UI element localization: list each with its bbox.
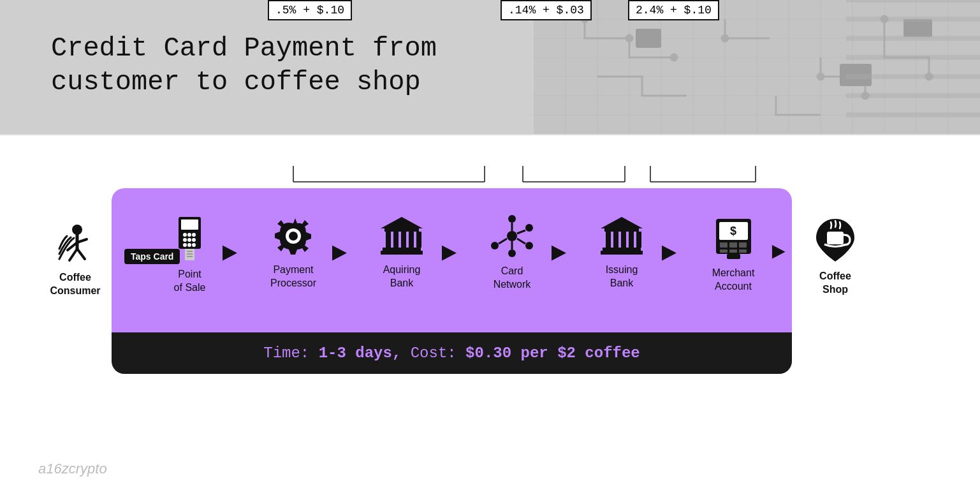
pos-label: Pointof Sale xyxy=(174,268,206,295)
flow-item-coffee-consumer: CoffeeConsumer xyxy=(43,223,107,298)
svg-rect-107 xyxy=(729,249,737,253)
svg-rect-75 xyxy=(401,232,406,248)
arrow-2: ► xyxy=(332,239,347,268)
merchant-account-label: MerchantAccount xyxy=(712,267,755,293)
bracket-lines xyxy=(0,147,980,185)
svg-rect-106 xyxy=(720,249,728,253)
issuing-bank-label: IssuingBank xyxy=(606,264,638,290)
svg-point-80 xyxy=(507,231,517,241)
flow-item-card-network: CardNetwork xyxy=(477,214,547,292)
svg-rect-97 xyxy=(636,232,641,248)
svg-rect-96 xyxy=(629,232,634,248)
summary-bar: Time: 1-3 days, Cost: $0.30 per $2 coffe… xyxy=(112,332,792,374)
fee-label-3: 2.4% + $.10 xyxy=(628,0,719,20)
svg-rect-108 xyxy=(739,249,747,253)
svg-rect-78 xyxy=(383,248,421,251)
svg-rect-109 xyxy=(727,254,740,259)
svg-line-53 xyxy=(77,249,85,259)
cost-value: $0.30 per $2 coffee xyxy=(465,345,640,362)
arrow-6: ► xyxy=(772,239,786,265)
arrow-1: ► xyxy=(222,239,237,268)
fee-label-2: .14% + $.03 xyxy=(501,0,592,20)
divider xyxy=(0,134,980,135)
svg-rect-76 xyxy=(409,232,414,248)
card-network-icon xyxy=(490,214,534,258)
svg-rect-104 xyxy=(729,242,737,248)
flow-item-coffee-shop: CoffeeShop xyxy=(803,216,867,297)
pos-icon xyxy=(172,217,207,262)
card-network-label: CardNetwork xyxy=(494,265,531,292)
flow-item-issuing-bank: IssuingBank xyxy=(587,216,657,290)
svg-line-52 xyxy=(69,249,77,260)
acquiring-bank-label: AquiringBank xyxy=(383,264,421,290)
flow-item-payment-processor: PaymentProcessor xyxy=(258,216,328,290)
watermark: a16zcrypto xyxy=(38,461,107,477)
svg-point-70 xyxy=(289,232,298,241)
svg-point-64 xyxy=(192,243,196,247)
processor-icon xyxy=(273,216,314,257)
svg-rect-79 xyxy=(381,251,423,255)
svg-rect-55 xyxy=(181,219,198,230)
arrow-4: ► xyxy=(551,239,566,268)
svg-rect-99 xyxy=(601,251,643,255)
svg-line-88 xyxy=(517,239,525,244)
page-title: Credit Card Payment from customer to cof… xyxy=(51,32,437,99)
svg-point-60 xyxy=(187,238,191,242)
coffee-shop-label: CoffeeShop xyxy=(819,270,851,297)
svg-point-63 xyxy=(187,243,191,247)
svg-rect-110 xyxy=(827,232,844,244)
svg-rect-77 xyxy=(416,232,421,248)
acquiring-bank-icon xyxy=(379,216,424,257)
svg-line-90 xyxy=(499,239,507,244)
svg-point-85 xyxy=(491,242,499,249)
svg-rect-92 xyxy=(604,228,639,232)
flow-item-pos: Pointof Sale xyxy=(159,217,220,295)
arrow-3: ► xyxy=(441,239,457,268)
svg-point-62 xyxy=(183,243,187,247)
svg-point-84 xyxy=(508,249,516,257)
svg-point-58 xyxy=(192,233,196,237)
time-value: 1-3 days, xyxy=(319,345,402,362)
svg-point-81 xyxy=(508,215,516,223)
coffee-shop-icon xyxy=(813,216,858,264)
svg-line-87 xyxy=(517,230,525,234)
svg-rect-65 xyxy=(185,249,194,260)
svg-point-83 xyxy=(525,242,533,249)
svg-text:$: $ xyxy=(729,225,736,237)
merchant-account-icon: $ xyxy=(713,216,754,260)
svg-point-61 xyxy=(192,238,196,242)
fee-label-1: .5% + $.10 xyxy=(268,0,352,20)
svg-rect-103 xyxy=(720,242,728,248)
consumer-icon xyxy=(58,223,93,265)
svg-point-56 xyxy=(183,233,187,237)
svg-rect-94 xyxy=(613,232,618,248)
svg-point-57 xyxy=(187,233,191,237)
svg-rect-73 xyxy=(386,232,391,248)
issuing-bank-icon xyxy=(599,216,644,257)
svg-marker-91 xyxy=(601,217,643,228)
svg-rect-72 xyxy=(384,228,419,232)
svg-marker-71 xyxy=(381,217,423,228)
summary-text: Time: 1-3 days, Cost: $0.30 per $2 coffe… xyxy=(263,345,640,362)
flow-item-merchant-account: $ MerchantAccount xyxy=(698,216,768,293)
svg-rect-74 xyxy=(393,232,399,248)
flow-item-acquiring-bank: AquiringBank xyxy=(367,216,437,290)
svg-point-82 xyxy=(525,224,533,232)
svg-rect-105 xyxy=(739,242,747,248)
svg-point-59 xyxy=(183,238,187,242)
arrow-5: ► xyxy=(661,239,676,268)
processor-label: PaymentProcessor xyxy=(270,264,316,290)
svg-rect-95 xyxy=(621,232,626,248)
svg-rect-98 xyxy=(603,248,641,251)
consumer-label: CoffeeConsumer xyxy=(50,271,100,298)
svg-rect-93 xyxy=(606,232,611,248)
